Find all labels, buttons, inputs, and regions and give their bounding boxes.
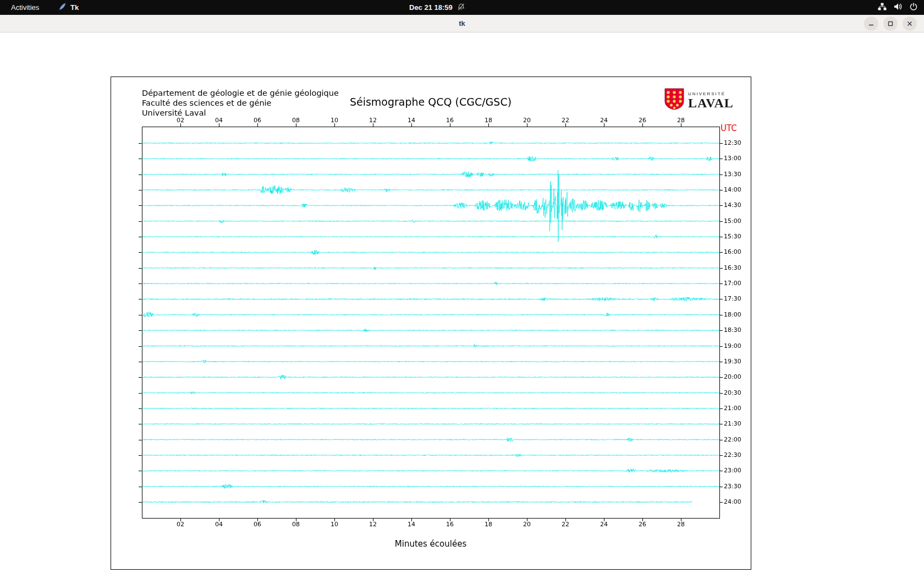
x-tick-label-bottom: 14: [405, 521, 417, 528]
seismograph-canvas: [111, 77, 751, 569]
x-tick-label-top: 20: [521, 117, 533, 124]
feather-icon: [58, 3, 67, 13]
activities-button[interactable]: Activities: [8, 0, 42, 15]
x-tick-label-bottom: 16: [444, 521, 456, 528]
x-tick-label-top: 24: [598, 117, 610, 124]
network-tree-icon: [878, 3, 887, 12]
minimize-icon: [867, 20, 875, 28]
utc-time-label: 14:00: [724, 186, 741, 193]
utc-time-label: 13:30: [724, 171, 741, 178]
utc-time-label: 20:30: [724, 389, 741, 396]
utc-time-label: 21:30: [724, 420, 741, 427]
restore-button[interactable]: [883, 17, 898, 31]
x-tick-label-bottom: 06: [251, 521, 263, 528]
x-tick-label-top: 12: [367, 117, 379, 124]
utc-time-label: 17:30: [724, 295, 741, 302]
x-tick-label-bottom: 22: [559, 521, 571, 528]
x-tick-label-bottom: 10: [328, 521, 340, 528]
utc-time-label: 22:30: [724, 451, 741, 459]
x-tick-label-bottom: 04: [213, 521, 225, 528]
minimize-button[interactable]: [864, 17, 878, 31]
utc-time-label: 16:30: [724, 264, 741, 271]
focused-app-label: Tk: [70, 3, 79, 12]
x-tick-label-bottom: 24: [598, 521, 610, 528]
power-icon: [910, 3, 917, 12]
x-tick-label-bottom: 20: [521, 521, 533, 528]
x-tick-label-top: 28: [675, 117, 687, 124]
laval-shield-icon: [664, 88, 684, 112]
x-tick-label-top: 08: [290, 117, 302, 124]
close-button[interactable]: [903, 17, 917, 31]
utc-time-label: 20:00: [724, 373, 741, 380]
utc-time-label: 17:00: [724, 280, 741, 287]
x-tick-label-top: 22: [559, 117, 571, 124]
utc-time-label: 21:00: [724, 405, 741, 412]
utc-time-label: 22:00: [724, 436, 741, 443]
x-axis-label: Minutes écoulées: [142, 539, 719, 549]
utc-time-label: 23:30: [724, 483, 741, 490]
utc-time-label: 18:00: [724, 311, 741, 318]
utc-time-label: 14:30: [724, 201, 741, 209]
utc-time-label: 18:30: [724, 326, 741, 334]
window-titlebar[interactable]: tk: [0, 15, 924, 32]
institution-line: Université Laval: [142, 108, 339, 118]
x-tick-label-top: 10: [328, 117, 340, 124]
window-controls: [864, 17, 917, 31]
utc-time-label: 13:00: [724, 155, 741, 162]
figure-title: Séismographe QCQ (CGC/GSC): [142, 96, 719, 108]
utc-time-label: 16:00: [724, 248, 741, 255]
focused-app-menu[interactable]: Tk: [58, 0, 79, 15]
x-tick-label-bottom: 28: [675, 521, 687, 528]
x-tick-label-bottom: 12: [367, 521, 379, 528]
utc-time-label: 19:30: [724, 358, 741, 365]
clock-menu[interactable]: Dec 21 18:59: [409, 0, 465, 15]
utc-label: UTC: [721, 123, 737, 133]
utc-time-label: 24:00: [724, 498, 741, 505]
close-icon: [906, 20, 914, 28]
window-title: tk: [0, 15, 924, 32]
x-tick-label-top: 06: [251, 117, 263, 124]
utc-time-label: 23:00: [724, 467, 741, 474]
restore-icon: [887, 20, 894, 28]
logo-line2: LAVAL: [688, 96, 734, 110]
figure: Département de géologie et de génie géol…: [111, 77, 751, 570]
clock-text: Dec 21 18:59: [409, 3, 453, 12]
x-tick-label-top: 16: [444, 117, 456, 124]
speaker-icon: [894, 3, 903, 12]
utc-time-label: 15:30: [724, 233, 741, 240]
system-status-area[interactable]: [878, 0, 917, 15]
utc-time-label: 12:30: [724, 139, 741, 146]
utc-time-label: 19:00: [724, 342, 741, 350]
gnome-top-bar: Activities Tk Dec 21 18:59: [0, 0, 924, 15]
utc-time-label: 15:00: [724, 217, 741, 225]
x-tick-label-bottom: 18: [482, 521, 494, 528]
universite-laval-logo: UNIVERSITÉ LAVAL: [664, 88, 734, 112]
x-tick-label-bottom: 26: [636, 521, 648, 528]
bell-slash-icon: [458, 3, 465, 12]
x-tick-label-top: 26: [636, 117, 648, 124]
x-tick-label-top: 18: [482, 117, 494, 124]
tk-window-body: Département de géologie et de génie géol…: [0, 33, 924, 578]
x-tick-label-top: 14: [405, 117, 417, 124]
x-tick-label-top: 02: [174, 117, 186, 124]
x-tick-label-top: 04: [213, 117, 225, 124]
x-tick-label-bottom: 02: [174, 521, 186, 528]
x-tick-label-bottom: 08: [290, 521, 302, 528]
